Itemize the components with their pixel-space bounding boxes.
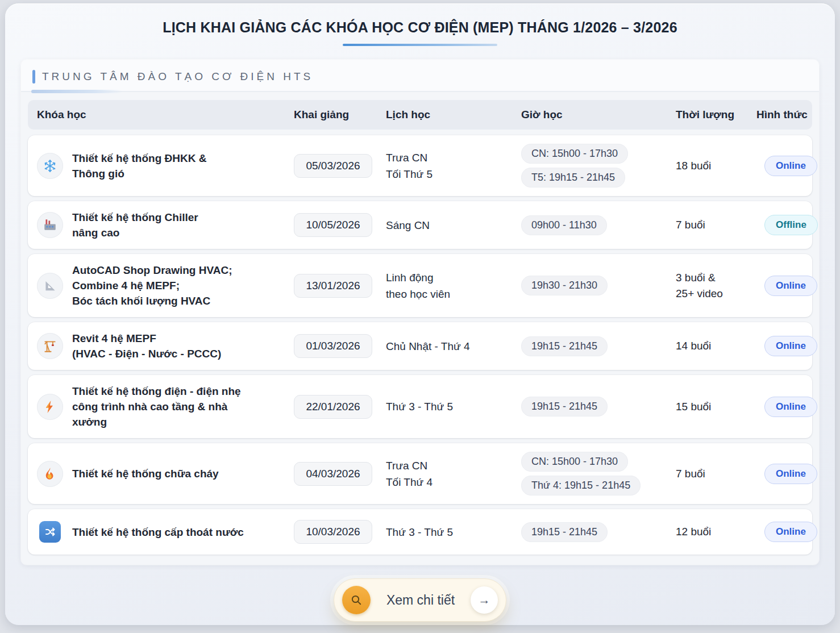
schedule-cell: Thứ 3 - Thứ 5 (379, 524, 514, 540)
course-cell: Thiết kế hệ thống điện - điện nhẹcông tr… (37, 384, 287, 430)
format-badge: Online (764, 397, 817, 417)
schedule-cell: Sáng CN (379, 217, 514, 234)
page: LỊCH KHAI GIẢNG CÁC KHÓA HỌC CƠ ĐIỆN (ME… (0, 0, 840, 633)
course-cell: Thiết kế hệ thống Chillernâng cao (37, 210, 287, 240)
format-badge: Online (764, 276, 817, 296)
view-details-button[interactable]: Xem chi tiết → (334, 578, 506, 622)
time-cell: CN: 15h00 - 17h30Thứ 4: 19h15 - 21h45 (514, 452, 669, 495)
time-pill: CN: 15h00 - 17h30 (521, 452, 628, 472)
time-pill: 19h15 - 21h45 (521, 336, 608, 356)
course-name: Revit 4 hệ MEPF(HVAC - Điện - Nước - PCC… (72, 331, 221, 361)
schedule-cell: Chủ Nhật - Thứ 4 (379, 338, 514, 355)
course-rows: Thiết kế hệ thống ĐHKK &Thông gió 05/03/… (21, 130, 819, 557)
format-badge: Offline (764, 215, 818, 235)
course-cell: AutoCAD Shop Drawing HVAC;Combine 4 hệ M… (37, 263, 287, 309)
table-row: Revit 4 hệ MEPF(HVAC - Điện - Nước - PCC… (28, 322, 812, 370)
time-cell: 19h15 - 21h45 (514, 397, 669, 417)
time-pill: CN: 15h00 - 17h30 (521, 144, 628, 164)
column-header-time: Giờ học (514, 109, 669, 121)
search-icon (342, 586, 371, 614)
training-center-label: TRUNG TÂM ĐÀO TẠO CƠ ĐIỆN HTS (42, 70, 313, 83)
time-pill: 19h15 - 21h45 (521, 397, 608, 417)
time-cell: 09h00 - 11h30 (514, 215, 669, 235)
format-badge: Online (764, 156, 817, 176)
schedule-cell: Trưa CNTối Thứ 5 (379, 149, 514, 182)
course-name: Thiết kế hệ thống Chillernâng cao (72, 210, 198, 240)
snowflake-icon (37, 153, 63, 179)
column-header-schedule: Lịch học (379, 109, 514, 121)
factory-icon (37, 212, 63, 238)
format-badge: Online (764, 464, 817, 484)
schedule-cell: Thứ 3 - Thứ 5 (379, 398, 514, 415)
schedule-card: LỊCH KHAI GIẢNG CÁC KHÓA HỌC CƠ ĐIỆN (ME… (5, 3, 835, 625)
course-name: Thiết kế hệ thống cấp thoát nước (72, 524, 244, 540)
course-cell: Thiết kế hệ thống chữa cháy (37, 461, 287, 487)
arrow-right-icon: → (471, 586, 498, 614)
time-pill: Thứ 4: 19h15 - 21h45 (521, 476, 641, 495)
table-row: AutoCAD Shop Drawing HVAC;Combine 4 hệ M… (28, 254, 812, 317)
lightning-icon (37, 394, 63, 420)
duration-cell: 18 buổi (669, 158, 750, 174)
duration-cell: 12 buổi (669, 524, 750, 540)
column-header-duration: Thời lượng (669, 109, 750, 121)
time-cell: CN: 15h00 - 17h30T5: 19h15 - 21h45 (514, 144, 669, 188)
table-row: Thiết kế hệ thống điện - điện nhẹcông tr… (28, 375, 812, 438)
format-badge: Online (764, 522, 817, 542)
schedule-cell: Trưa CNTối Thứ 4 (379, 457, 514, 490)
water-icon (39, 521, 61, 543)
schedule-cell: Linh độngtheo học viên (379, 269, 514, 302)
start-date-pill: 04/03/2026 (294, 462, 372, 486)
time-pill: 09h00 - 11h30 (521, 215, 607, 235)
time-cell: 19h15 - 21h45 (514, 522, 669, 542)
course-cell: Thiết kế hệ thống cấp thoát nước (37, 519, 287, 545)
set-square-icon (37, 273, 63, 299)
start-date-pill: 10/03/2026 (294, 520, 372, 544)
duration-cell: 7 buổi (669, 466, 750, 482)
start-date-pill: 13/01/2026 (294, 274, 372, 298)
accent-bar (32, 70, 35, 84)
time-pill: 19h15 - 21h45 (521, 522, 608, 542)
column-header-course: Khóa học (37, 109, 287, 121)
time-pill: 19h30 - 21h30 (521, 276, 608, 295)
table-row: Thiết kế hệ thống ĐHKK &Thông gió 05/03/… (28, 135, 812, 196)
crane-icon (37, 333, 63, 359)
duration-cell: 3 buổi &25+ video (669, 270, 750, 302)
panel-header: TRUNG TÂM ĐÀO TẠO CƠ ĐIỆN HTS (21, 60, 819, 92)
time-cell: 19h30 - 21h30 (514, 276, 669, 295)
schedule-panel: TRUNG TÂM ĐÀO TẠO CƠ ĐIỆN HTS Khóa học K… (21, 60, 819, 565)
duration-cell: 15 buổi (669, 399, 750, 415)
time-cell: 19h15 - 21h45 (514, 336, 669, 356)
course-cell: Revit 4 hệ MEPF(HVAC - Điện - Nước - PCC… (37, 331, 287, 361)
fire-icon (37, 461, 63, 487)
page-title: LỊCH KHAI GIẢNG CÁC KHÓA HỌC CƠ ĐIỆN (ME… (16, 19, 824, 36)
course-name: Thiết kế hệ thống chữa cháy (72, 466, 219, 481)
table-row: Thiết kế hệ thống cấp thoát nước 10/03/2… (28, 509, 812, 555)
start-date-pill: 10/05/2026 (294, 213, 372, 237)
view-details-label: Xem chi tiết (386, 593, 455, 608)
format-badge: Online (764, 336, 817, 356)
course-cell: Thiết kế hệ thống ĐHKK &Thông gió (37, 151, 287, 181)
course-name: Thiết kế hệ thống ĐHKK &Thông gió (72, 151, 206, 181)
table-row: Thiết kế hệ thống Chillernâng cao 10/05/… (28, 201, 812, 249)
table-row: Thiết kế hệ thống chữa cháy 04/03/2026 T… (28, 443, 812, 504)
column-header-start: Khai giảng (287, 109, 379, 121)
title-underline (343, 44, 497, 46)
time-pill: T5: 19h15 - 21h45 (521, 168, 625, 188)
start-date-pill: 22/01/2026 (294, 395, 372, 419)
course-name: Thiết kế hệ thống điện - điện nhẹcông tr… (72, 384, 241, 430)
table-header-row: Khóa học Khai giảng Lịch học Giờ học Thờ… (28, 100, 812, 130)
duration-cell: 14 buổi (669, 338, 750, 354)
column-header-format: Hình thức (750, 109, 812, 121)
start-date-pill: 01/03/2026 (294, 334, 372, 358)
start-date-pill: 05/03/2026 (294, 154, 372, 178)
duration-cell: 7 buổi (669, 217, 750, 233)
course-name: AutoCAD Shop Drawing HVAC;Combine 4 hệ M… (72, 263, 232, 309)
